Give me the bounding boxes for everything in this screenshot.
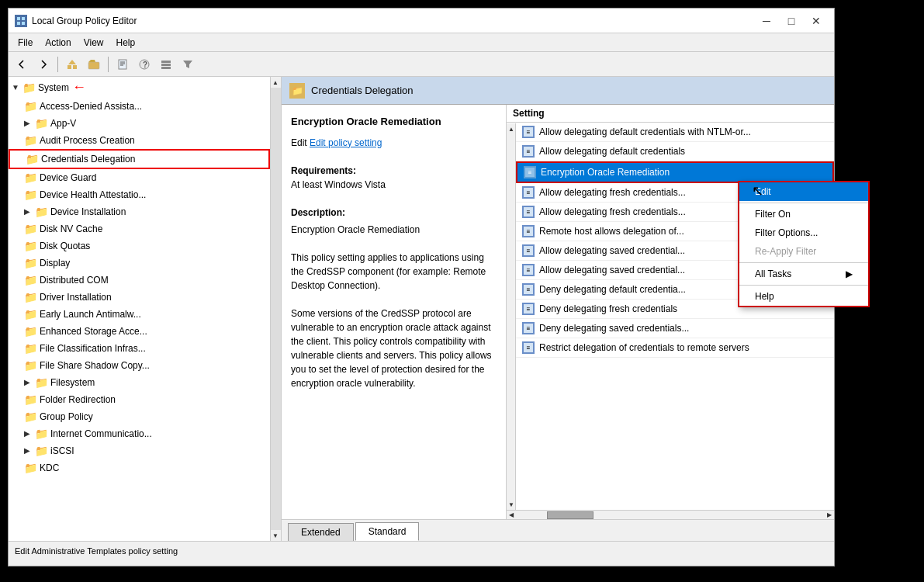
sidebar-item-iscsi[interactable]: ▶ 📁 iSCSI <box>9 442 270 459</box>
sidebar-item-enhanced-storage[interactable]: 📁 Enhanced Storage Acce... <box>9 323 270 340</box>
requirements-value: At least Windows Vista <box>291 178 497 192</box>
sidebar-item-folder-redirection[interactable]: 📁 Folder Redirection <box>9 391 270 408</box>
setting-label-7: Allow delegating saved credential... <box>539 245 685 256</box>
main-content: ▲ ▼ ▼ 📁 System ← 📁 Access-Denied Assista… <box>9 77 834 541</box>
menu-action[interactable]: Action <box>39 36 77 50</box>
up-button[interactable] <box>62 55 82 74</box>
sidebar-item-file-class[interactable]: 📁 File Classification Infras... <box>9 340 270 357</box>
separator-1 <box>57 57 58 72</box>
sidebar-item-driver-installation[interactable]: 📁 Driver Installation <box>9 289 270 306</box>
sidebar-item-credentials-delegation[interactable]: 📁 Credentials Delegation <box>9 149 270 169</box>
sidebar-item-group-policy[interactable]: 📁 Group Policy <box>9 408 270 425</box>
sidebar-item-audit-label: Audit Process Creation <box>40 135 135 146</box>
context-separator-1 <box>739 203 868 203</box>
hscroll-left[interactable]: ◀ <box>507 510 516 520</box>
menu-view[interactable]: View <box>78 36 110 50</box>
filter-button[interactable] <box>178 55 198 74</box>
sidebar-item-distributed-com[interactable]: 📁 Distributed COM <box>9 272 270 289</box>
description-body2: This policy setting applies to applicati… <box>291 251 497 293</box>
sidebar-item-app-v[interactable]: ▶ 📁 App-V <box>9 115 270 132</box>
sidebar-item-audit[interactable]: 📁 Audit Process Creation <box>9 132 270 149</box>
context-all-tasks-label: All Tasks <box>755 268 791 279</box>
distributed-com-icon: 📁 <box>24 274 36 286</box>
setting-row-allow-default-ntlm[interactable]: ≡ Allow delegating default credentials w… <box>516 123 834 142</box>
status-bar: Edit Administrative Templates policy set… <box>9 541 834 559</box>
sidebar-item-device-installation[interactable]: ▶ 📁 Device Installation <box>9 203 270 220</box>
setting-icon-4: ≡ <box>522 186 535 199</box>
minimize-button[interactable]: ─ <box>755 12 778 29</box>
sidebar-item-device-health[interactable]: 📁 Device Health Attestatio... <box>9 186 270 203</box>
title-bar: Local Group Policy Editor ─ □ ✕ <box>9 9 834 33</box>
red-arrow-system: ← <box>72 79 86 95</box>
display-icon: 📁 <box>24 257 36 269</box>
main-window: Local Group Policy Editor ─ □ ✕ File Act… <box>8 8 835 566</box>
close-button[interactable]: ✕ <box>805 12 828 29</box>
content-header-title: Credentials Delegation <box>311 85 414 96</box>
sidebar-item-early-launch[interactable]: 📁 Early Launch Antimalw... <box>9 306 270 323</box>
context-menu-reapply: Re-Apply Filter <box>739 242 868 261</box>
credentials-icon: 📁 <box>26 153 38 165</box>
sidebar-scroll-up[interactable]: ▲ <box>271 77 280 88</box>
sidebar-item-file-share[interactable]: 📁 File Share Shadow Copy... <box>9 357 270 374</box>
svg-rect-15 <box>161 67 171 69</box>
sidebar-item-device-guard[interactable]: 📁 Device Guard <box>9 169 270 186</box>
list-button[interactable] <box>156 55 176 74</box>
description-body3: Some versions of the CredSSP protocol ar… <box>291 307 497 390</box>
menu-file[interactable]: File <box>12 36 39 50</box>
disk-nv-icon: 📁 <box>24 223 36 235</box>
internet-comm-arrow: ▶ <box>24 429 33 438</box>
help-button[interactable]: ? <box>134 55 154 74</box>
folder-button[interactable] <box>84 55 104 74</box>
policy-button[interactable] <box>112 55 133 74</box>
context-menu-all-tasks[interactable]: All Tasks ▶ <box>739 265 868 283</box>
enhanced-storage-icon: 📁 <box>24 325 36 338</box>
context-menu-help[interactable]: Help <box>739 287 868 306</box>
setting-icon-9: ≡ <box>522 283 535 296</box>
sidebar-item-kdc-label: KDC <box>40 462 59 473</box>
sidebar-item-access-denied[interactable]: 📁 Access-Denied Assista... <box>9 98 270 115</box>
setting-row-restrict[interactable]: ≡ Restrict delegation of credentials to … <box>516 338 834 358</box>
device-guard-icon: 📁 <box>24 171 36 184</box>
sidebar-item-filesystem[interactable]: ▶ 📁 Filesystem <box>9 374 270 391</box>
sidebar-scroll-down[interactable]: ▼ <box>271 530 280 541</box>
setting-row-deny-saved[interactable]: ≡ Deny delegating saved credentials... <box>516 319 834 338</box>
setting-label-9: Deny delegating default credentia... <box>539 284 686 295</box>
setting-row-encryption-oracle[interactable]: ≡ Encryption Oracle Remediation <box>516 161 834 183</box>
setting-icon-11: ≡ <box>522 322 535 334</box>
hscroll-right[interactable]: ▶ <box>825 510 834 520</box>
settings-scroll-up[interactable]: ▲ <box>507 123 516 134</box>
sidebar-item-display[interactable]: 📁 Display <box>9 255 270 272</box>
settings-hscrollbar[interactable]: ◀ ▶ <box>507 510 834 519</box>
svg-rect-4 <box>67 65 71 69</box>
sidebar-item-kdc[interactable]: 📁 KDC <box>9 459 270 476</box>
context-menu-edit[interactable]: Edit <box>739 182 868 201</box>
sidebar-item-disk-nv[interactable]: 📁 Disk NV Cache <box>9 220 270 237</box>
forward-button[interactable] <box>33 55 54 74</box>
policy-link[interactable]: Edit policy setting <box>310 137 382 148</box>
context-filter-options-label: Filter Options... <box>755 227 818 238</box>
sidebar-item-iscsi-label: iSCSI <box>50 445 74 456</box>
access-denied-icon: 📁 <box>24 100 36 113</box>
sidebar-item-display-label: Display <box>40 258 70 268</box>
back-button[interactable] <box>12 55 32 74</box>
maximize-button[interactable]: □ <box>780 12 803 29</box>
menu-help[interactable]: Help <box>110 36 142 50</box>
tab-extended[interactable]: Extended <box>288 523 354 541</box>
hscroll-thumb[interactable] <box>547 511 594 519</box>
sidebar-item-system[interactable]: ▼ 📁 System ← <box>9 77 270 98</box>
context-edit-label: Edit <box>755 186 771 197</box>
sidebar-item-disk-quotas[interactable]: 📁 Disk Quotas <box>9 237 270 255</box>
sidebar-item-device-health-label: Device Health Attestatio... <box>40 189 146 200</box>
setting-row-allow-default[interactable]: ≡ Allow delegating default credentials <box>516 142 834 161</box>
sidebar-item-internet-comm[interactable]: ▶ 📁 Internet Communicatio... <box>9 425 270 442</box>
context-menu-filter-options[interactable]: Filter Options... <box>739 223 868 242</box>
sidebar-item-disk-nv-label: Disk NV Cache <box>40 223 102 234</box>
policy-title: Encryption Oracle Remediation <box>291 114 497 130</box>
settings-scroll-down[interactable]: ▼ <box>507 499 516 510</box>
context-menu-filter-on[interactable]: Filter On <box>739 205 868 223</box>
sidebar-item-access-denied-label: Access-Denied Assista... <box>40 101 142 112</box>
svg-rect-5 <box>73 65 77 69</box>
setting-icon-6: ≡ <box>522 225 535 237</box>
setting-label-10: Deny delegating fresh credentials <box>539 303 677 314</box>
tab-standard[interactable]: Standard <box>355 522 420 541</box>
